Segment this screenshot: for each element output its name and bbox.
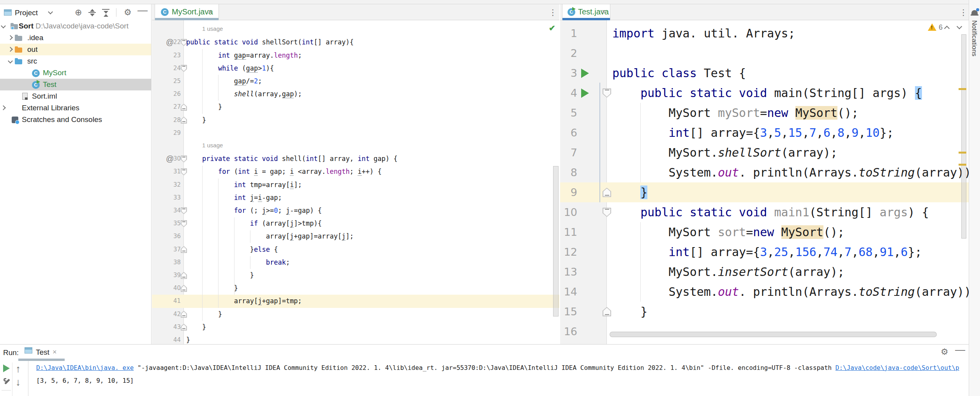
up-stack-trace-icon[interactable]: ↑: [16, 363, 21, 375]
code-line-15[interactable]: 15 }: [560, 302, 969, 322]
code-line-7[interactable]: 7 MySort.shellSort(array);: [560, 143, 969, 163]
tree-item-scratches-and-consoles[interactable]: Scratches and Consoles: [0, 114, 151, 126]
line-number[interactable]: 11: [560, 222, 577, 242]
project-panel-title[interactable]: Project: [15, 9, 38, 17]
tree-item-mysort[interactable]: CMySort: [0, 67, 151, 79]
run-tab-close-icon[interactable]: ×: [53, 348, 57, 356]
line-number[interactable]: 14: [560, 282, 577, 302]
console-file-link[interactable]: D:\Java\IDEA\bin\java. exe: [36, 364, 134, 371]
line-number[interactable]: 32: [152, 179, 181, 191]
code-line-9[interactable]: 9 }: [560, 182, 969, 202]
line-number[interactable]: 3: [560, 63, 577, 83]
tree-item-sort-iml[interactable]: Sort.iml: [0, 90, 151, 102]
code-line-8[interactable]: 8 System.out. println(Arrays.toString(ar…: [560, 163, 969, 182]
warning-stripe-mark[interactable]: [959, 164, 966, 166]
line-number[interactable]: 8: [560, 163, 577, 182]
line-number[interactable]: 28: [152, 114, 181, 127]
line-number[interactable]: 25: [152, 75, 181, 88]
locate-file-icon[interactable]: ⊕: [75, 8, 82, 17]
line-number[interactable]: 24: [152, 62, 181, 75]
line-number[interactable]: 15: [560, 302, 577, 322]
editor-body[interactable]: 21 } 1 usage22@public static void shellS…: [152, 20, 559, 344]
wrench-icon[interactable]: [4, 378, 11, 385]
line-number[interactable]: 29: [152, 127, 181, 140]
line-number[interactable]: 6: [560, 123, 577, 143]
line-number[interactable]: 34: [152, 204, 181, 217]
code-line-32[interactable]: 32 int tmp=array[i];: [152, 179, 559, 191]
line-number[interactable]: 10: [560, 202, 577, 222]
line-number[interactable]: 35: [152, 217, 181, 230]
code-line-34[interactable]: 34 for (; j>=0; j-=gap) {: [152, 204, 559, 217]
line-number[interactable]: 40: [152, 282, 181, 295]
code-line-27[interactable]: 27 }: [152, 101, 559, 113]
console-file-link[interactable]: D:\Java\code\java-code\Sort\out\p: [835, 364, 959, 371]
code-line-30[interactable]: 30@ private static void shell(int[] arra…: [152, 152, 559, 165]
code-line-21[interactable]: 21 }: [152, 20, 559, 23]
tree-chevron-icon[interactable]: [8, 47, 13, 52]
line-number[interactable]: 38: [152, 256, 181, 269]
inspections-ok-icon[interactable]: ✔: [549, 23, 555, 33]
line-number[interactable]: 2: [560, 43, 577, 63]
fold-marker-icon[interactable]: [603, 188, 611, 197]
next-warning-icon[interactable]: [957, 24, 962, 29]
horizontal-scrollbar[interactable]: [610, 332, 937, 337]
down-stack-trace-icon[interactable]: ↓: [16, 376, 21, 388]
run-console[interactable]: D:\Java\IDEA\bin\java. exe "-javaagent:D…: [31, 361, 969, 396]
editor-options-kebab-icon[interactable]: ⋮: [959, 8, 968, 17]
code-line-14[interactable]: 14 System.out. println(Arrays.toString(a…: [560, 282, 969, 302]
code-line-11[interactable]: 11 MySort sort=new MySort();: [560, 222, 969, 242]
run-line-icon[interactable]: [581, 69, 589, 78]
tab-close-icon[interactable]: ×: [601, 7, 606, 16]
vertical-scrollbar[interactable]: [553, 166, 559, 316]
code-line-31[interactable]: 31 for (int i = gap; i <array.length; i+…: [152, 165, 559, 178]
tab-Test.java[interactable]: C Test.java ×: [562, 4, 610, 20]
code-line-41[interactable]: 41 array[j+gap]=tmp;: [152, 295, 559, 308]
tree-item-test[interactable]: CTest: [0, 79, 151, 90]
line-number[interactable]: 13: [560, 262, 577, 282]
line-number[interactable]: 1: [560, 23, 577, 43]
code-line-26[interactable]: 26 shell(array,gap);: [152, 88, 559, 101]
tree-chevron-icon[interactable]: [1, 23, 6, 28]
tree-item-sort[interactable]: Sort D:\Java\code\java-code\Sort: [0, 20, 151, 32]
run-tab[interactable]: Test ×: [18, 345, 65, 361]
line-number[interactable]: 37: [152, 243, 181, 256]
code-line-42[interactable]: 42 }: [152, 308, 559, 321]
code-line-6[interactable]: 6 int[] array={3,5,15,7,6,8,9,10};: [560, 123, 969, 143]
usage-inlay-hint[interactable]: 1 usage: [202, 25, 223, 32]
tree-item-src[interactable]: src: [0, 55, 151, 67]
tab-close-icon[interactable]: ×: [208, 7, 212, 16]
code-line-39[interactable]: 39 }: [152, 269, 559, 282]
code-line-1[interactable]: 1import java. util. Arrays;: [560, 23, 969, 43]
project-tool-window-icon[interactable]: [4, 9, 12, 16]
code-line-38[interactable]: 38 break;: [152, 256, 559, 269]
code-line-13[interactable]: 13 MySort.insertSort(array);: [560, 262, 969, 282]
rerun-button[interactable]: [3, 364, 10, 372]
hide-panel-icon[interactable]: —: [137, 6, 148, 14]
expand-all-icon[interactable]: [88, 9, 96, 16]
code-line-35[interactable]: 35 if (array[j]>tmp){: [152, 217, 559, 230]
collapse-all-icon[interactable]: [102, 9, 109, 16]
line-number[interactable]: 42: [152, 308, 181, 321]
line-number[interactable]: 21: [152, 20, 181, 23]
line-number[interactable]: 31: [152, 165, 181, 178]
tree-item-external-libraries[interactable]: External Libraries: [0, 102, 151, 114]
code-line-3[interactable]: 3public class Test {: [560, 63, 969, 83]
code-line-22[interactable]: 22@public static void shellSort(int[] ar…: [152, 36, 559, 49]
line-number[interactable]: 23: [152, 49, 181, 62]
line-number[interactable]: 39: [152, 269, 181, 282]
code-line-4[interactable]: 4 public static void main(String[] args)…: [560, 83, 969, 103]
code-line-28[interactable]: 28 }: [152, 114, 559, 127]
vertical-scrollbar[interactable]: [961, 34, 966, 239]
prev-warning-icon[interactable]: [944, 26, 950, 31]
code-line-33[interactable]: 33 int j=i-gap;: [152, 191, 559, 204]
usage-inlay-hint[interactable]: 1 usage: [202, 142, 223, 148]
line-number[interactable]: 9: [560, 182, 577, 202]
code-line-43[interactable]: 43 }: [152, 321, 559, 334]
line-number[interactable]: 7: [560, 143, 577, 163]
tree-item-out[interactable]: out: [0, 44, 151, 55]
editor-options-kebab-icon[interactable]: ⋮: [549, 8, 557, 17]
notifications-label[interactable]: Notifications: [970, 20, 978, 57]
line-number[interactable]: 5: [560, 103, 577, 123]
fold-marker-icon[interactable]: [603, 88, 611, 98]
tree-item--idea[interactable]: .idea: [0, 32, 151, 44]
